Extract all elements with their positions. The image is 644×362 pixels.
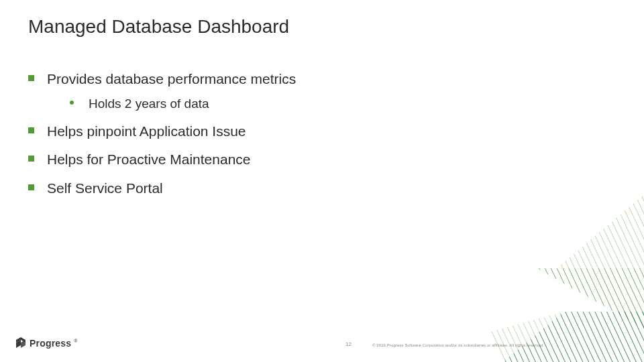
bullet-item: Self Service Portal xyxy=(28,179,604,198)
copyright-text: © 2016 Progress Software Corporation and… xyxy=(372,343,544,347)
sub-item: Holds 2 years of data xyxy=(70,95,604,113)
slide-title: Managed Database Dashboard xyxy=(28,16,289,38)
slide: Managed Database Dashboard Provides data… xyxy=(0,0,644,362)
bullet-text: Helps for Proactive Maintenance xyxy=(47,152,251,167)
bullet-item: Helps for Proactive Maintenance xyxy=(28,150,604,169)
page-number: 12 xyxy=(345,341,352,347)
sub-list: Holds 2 years of data xyxy=(47,95,604,113)
progress-logo: Progress ® xyxy=(15,337,77,350)
bullet-text: Provides database performance metrics xyxy=(47,71,296,86)
bullet-text: Helps pinpoint Application Issue xyxy=(47,123,246,139)
bullet-list: Provides database performance metrics Ho… xyxy=(28,70,604,198)
progress-logo-text: Progress xyxy=(30,338,71,349)
footer: Progress ® 12 © 2016 Progress Software C… xyxy=(0,330,644,350)
bullet-text: Self Service Portal xyxy=(47,180,163,196)
bullet-item: Helps pinpoint Application Issue xyxy=(28,122,604,141)
svg-marker-4 xyxy=(537,268,644,328)
progress-logo-icon xyxy=(15,337,27,350)
bullet-item: Provides database performance metrics Ho… xyxy=(28,70,604,113)
sub-text: Holds 2 years of data xyxy=(89,97,209,111)
content-area: Provides database performance metrics Ho… xyxy=(28,70,604,207)
registered-mark: ® xyxy=(74,339,77,343)
